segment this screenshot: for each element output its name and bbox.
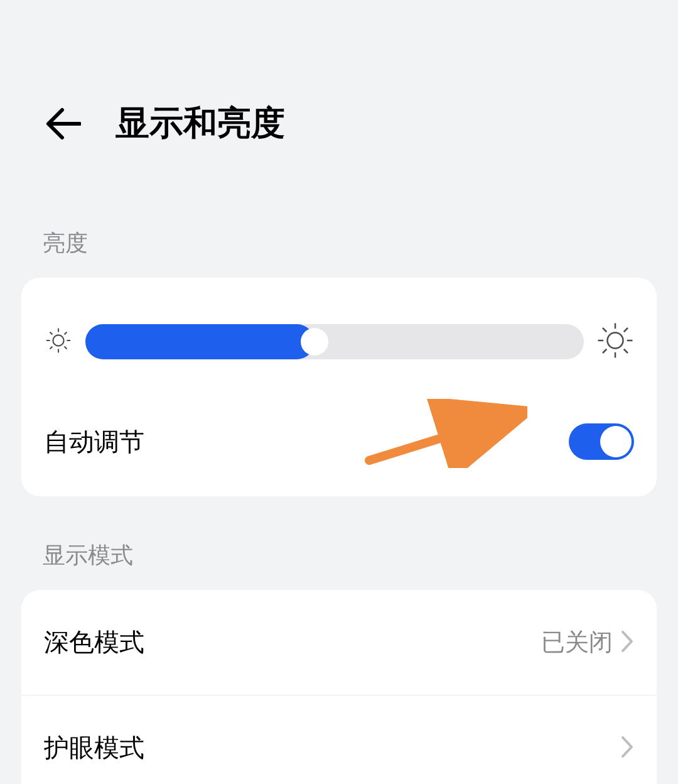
eye-comfort-row[interactable]: 护眼模式: [21, 695, 657, 784]
brightness-high-icon: [596, 322, 634, 362]
brightness-slider-row: [21, 278, 657, 393]
brightness-card: 自动调节: [21, 278, 657, 496]
auto-brightness-row: 自动调节: [21, 393, 657, 496]
display-mode-card: 深色模式 已关闭 护眼模式: [21, 590, 657, 784]
svg-point-9: [608, 333, 623, 349]
chevron-right-icon: [620, 735, 634, 761]
svg-line-5: [50, 332, 53, 335]
svg-point-0: [53, 335, 63, 346]
dark-mode-value: 已关闭: [541, 626, 613, 658]
display-mode-section-label: 显示模式: [0, 540, 678, 571]
row-right: 已关闭: [541, 626, 634, 658]
dark-mode-label: 深色模式: [44, 625, 144, 660]
brightness-low-icon: [44, 326, 73, 357]
svg-line-17: [624, 328, 628, 332]
svg-line-16: [603, 349, 606, 353]
svg-line-14: [603, 328, 606, 332]
chevron-right-icon: [620, 629, 634, 656]
auto-brightness-toggle[interactable]: [569, 423, 634, 460]
back-arrow-icon: [45, 107, 81, 140]
toggle-knob: [600, 426, 632, 457]
row-right: [613, 735, 634, 761]
svg-line-8: [65, 332, 67, 335]
header: 显示和亮度: [0, 0, 678, 146]
page-title: 显示和亮度: [116, 101, 285, 146]
brightness-section-label: 亮度: [0, 228, 678, 259]
brightness-slider-fill: [85, 324, 315, 359]
brightness-slider[interactable]: [85, 324, 584, 359]
svg-line-6: [65, 347, 67, 349]
brightness-slider-thumb[interactable]: [301, 328, 328, 356]
svg-line-15: [624, 349, 628, 353]
auto-brightness-label: 自动调节: [44, 425, 144, 459]
dark-mode-row[interactable]: 深色模式 已关闭: [21, 590, 657, 695]
back-button[interactable]: [43, 104, 83, 144]
eye-comfort-label: 护眼模式: [44, 731, 144, 765]
svg-line-7: [50, 347, 53, 349]
